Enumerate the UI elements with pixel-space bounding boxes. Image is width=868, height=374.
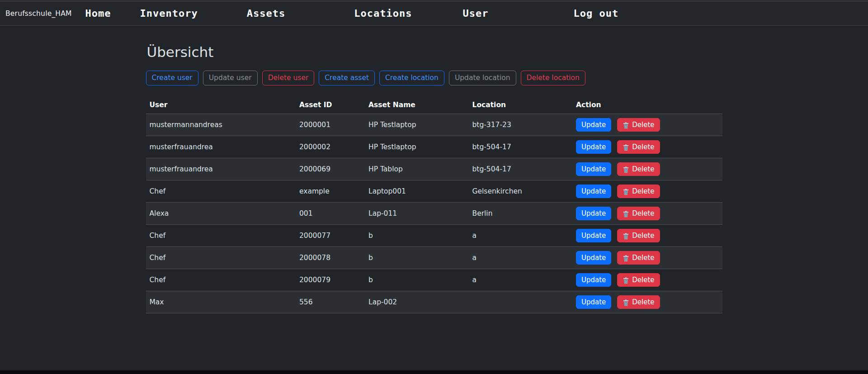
delete-button-label: Delete [632, 253, 654, 263]
footer-strip [0, 370, 868, 374]
cell-asset-id: 2000002 [296, 136, 365, 158]
header-action: Action [572, 96, 722, 114]
cell-asset-id: 2000077 [296, 225, 365, 247]
toolbar-button[interactable]: Delete location [521, 71, 585, 85]
cell-location: btg-317-23 [469, 114, 573, 136]
delete-button[interactable]: Delete [617, 162, 660, 176]
header-asset-id: Asset ID [296, 96, 365, 114]
nav-link[interactable]: Log out [573, 8, 618, 19]
wastebasket-icon [623, 144, 629, 151]
cell-asset-id: 2000079 [296, 269, 365, 291]
cell-action: Update [572, 180, 722, 203]
update-button[interactable]: Update [576, 140, 611, 154]
delete-button[interactable]: Delete [617, 273, 660, 287]
navbar-brand[interactable]: Berufsschule_HAM [5, 9, 72, 18]
cell-asset-id: 2000001 [296, 114, 365, 136]
delete-button[interactable]: Delete [617, 207, 660, 220]
cell-asset-name: HP Testlaptop [365, 114, 469, 136]
toolbar-button[interactable]: Create location [379, 71, 444, 85]
cell-location: btg-504-17 [469, 158, 573, 180]
delete-button-label: Delete [632, 297, 654, 307]
table-row: Chef 2000078 b a Update [146, 247, 722, 269]
update-button[interactable]: Update [576, 162, 611, 176]
cell-user: Alexa [146, 203, 296, 225]
update-button-label: Update [581, 253, 606, 263]
delete-button[interactable]: Delete [617, 229, 660, 242]
cell-user: Chef [146, 247, 296, 269]
cell-location: a [469, 269, 573, 291]
wastebasket-icon [623, 210, 629, 217]
nav-link[interactable]: Assets [247, 8, 285, 19]
wastebasket-icon [623, 188, 629, 195]
cell-action: Update [572, 225, 722, 247]
cell-action: Update [572, 247, 722, 269]
cell-user: Chef [146, 225, 296, 247]
update-button-label: Update [581, 120, 606, 130]
cell-asset-id: example [296, 180, 365, 203]
wastebasket-icon [623, 166, 629, 173]
nav-link[interactable]: Home [85, 8, 111, 19]
cell-asset-id: 001 [296, 203, 365, 225]
delete-button[interactable]: Delete [617, 251, 660, 265]
delete-button[interactable]: Delete [617, 185, 660, 198]
cell-action: Update [572, 114, 722, 136]
update-button[interactable]: Update [576, 295, 611, 309]
delete-button-label: Delete [632, 142, 654, 152]
cell-asset-name: Lap-011 [365, 203, 469, 225]
cell-asset-id: 2000078 [296, 247, 365, 269]
cell-user: musterfrauandrea [146, 136, 296, 158]
cell-location: a [469, 247, 573, 269]
cell-location: btg-504-17 [469, 136, 573, 158]
wastebasket-icon [623, 299, 629, 306]
cell-action: Update [572, 269, 722, 291]
wastebasket-icon [623, 255, 629, 261]
update-button[interactable]: Update [576, 118, 611, 132]
wastebasket-icon [623, 122, 629, 128]
table-row: Max 556 Lap-002 Update [146, 291, 722, 313]
table-row: Chef 2000077 b a Update [146, 225, 722, 247]
toolbar-button[interactable]: Delete user [262, 71, 315, 85]
cell-asset-id: 2000069 [296, 158, 365, 180]
cell-asset-name: Lap-002 [365, 291, 469, 313]
update-button-label: Update [581, 164, 606, 174]
header-asset-name: Asset Name [365, 96, 469, 114]
nav-link[interactable]: Locations [354, 8, 412, 19]
cell-asset-name: b [365, 225, 469, 247]
delete-button-label: Delete [632, 231, 654, 241]
delete-button[interactable]: Delete [617, 295, 660, 309]
cell-user: musterfrauandrea [146, 158, 296, 180]
cell-user: Chef [146, 269, 296, 291]
page-title: Übersicht [147, 44, 722, 60]
update-button[interactable]: Update [576, 229, 611, 242]
cell-asset-name: HP Tablop [365, 158, 469, 180]
update-button[interactable]: Update [576, 273, 611, 287]
nav-link[interactable]: Inventory [140, 8, 198, 19]
cell-action: Update [572, 203, 722, 225]
toolbar-button[interactable]: Update location [449, 71, 516, 85]
toolbar-button[interactable]: Create user [146, 71, 198, 85]
delete-button[interactable]: Delete [617, 140, 660, 154]
update-button[interactable]: Update [576, 251, 611, 265]
nav-link[interactable]: User [462, 8, 488, 19]
cell-asset-name: b [365, 269, 469, 291]
cell-location: Berlin [469, 203, 573, 225]
delete-button-label: Delete [632, 186, 654, 196]
cell-action: Update [572, 136, 722, 158]
update-button-label: Update [581, 208, 606, 218]
cell-location [469, 291, 573, 313]
wastebasket-icon [623, 232, 629, 239]
delete-button-label: Delete [632, 120, 654, 130]
table-row: musterfrauandrea 2000069 HP Tablop btg-5… [146, 158, 722, 180]
delete-button-label: Delete [632, 208, 654, 218]
table-row: mustermannandreas 2000001 HP Testlaptop … [146, 114, 722, 136]
update-button[interactable]: Update [576, 185, 611, 198]
table-header-row: User Asset ID Asset Name Location Action [146, 96, 722, 114]
toolbar-button[interactable]: Create asset [319, 71, 375, 85]
update-button[interactable]: Update [576, 207, 611, 220]
cell-location: a [469, 225, 573, 247]
delete-button[interactable]: Delete [617, 118, 660, 132]
toolbar-button[interactable]: Update user [203, 71, 258, 85]
table-row: Alexa 001 Lap-011 Berlin Update [146, 203, 722, 225]
nav-links: Home Inventory Assets Locations User Log… [72, 8, 619, 19]
cell-action: Update [572, 158, 722, 180]
